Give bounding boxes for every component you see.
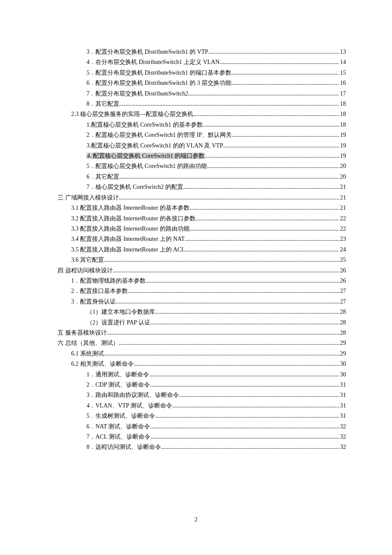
toc-entry-label: 五 服务器模块设计 (58, 328, 107, 338)
toc-entry[interactable]: 5．配置核心层交换机 CoreSwitch1 的路由功能20 (58, 161, 346, 171)
toc-entry[interactable]: 3．配置分布层交换机 DistributeSwitch1 的 VTP13 (58, 47, 346, 57)
toc-entry-page: 18 (339, 109, 346, 119)
toc-entry[interactable]: 四 远程访问模块设计26 (58, 266, 346, 276)
toc-entry[interactable]: 2．配置接口基本参数27 (58, 286, 346, 296)
toc-entry-label: 5．生成树测试、诊断命令 (86, 411, 155, 421)
toc-entry-label: 6.1 系统测试 (71, 349, 104, 359)
toc-entry[interactable]: 8．远程访问测试、诊断命令32 (58, 442, 346, 452)
toc-leader (190, 203, 339, 213)
toc-entry[interactable]: 1.配置核心层交换机 CoreSwitch1 的基本参数18 (58, 120, 346, 130)
toc-entry[interactable]: 4．VLAN、VTP 测试、诊断命令31 (58, 401, 346, 411)
toc-entry[interactable]: 6.2 相关测试、诊断命令30 (58, 359, 346, 369)
toc-entry-label: 1．配置物理线路的基本参数 (71, 276, 146, 286)
toc-leader (149, 370, 339, 380)
toc-leader (193, 109, 339, 119)
toc-entry-label: 3.4 配置接入路由器 InternetRouter 上的 NAT (71, 234, 184, 244)
toc-entry[interactable]: 5．配置分布层交换机 DistributeSwitch1 的端口基本参数15 (58, 68, 346, 78)
toc-entry-label: 2.3 核心层交换服务的实现—配置核心层交换机 (71, 109, 193, 119)
toc-leader (113, 266, 340, 276)
toc-entry[interactable]: （2）设置进行 PAP 认证28 (58, 318, 346, 328)
toc-leader (231, 68, 339, 78)
toc-entry-label: 4. 配置核心层交换机 CoreSwitch1 的端口参数 (86, 151, 205, 161)
toc-entry-page: 32 (339, 442, 346, 452)
toc-entry-page: 19 (339, 151, 346, 161)
toc-entry-label: 1．通用测试、诊断命令 (86, 370, 149, 380)
toc-entry[interactable]: 3．路由和路由协议测试、诊断命令31 (58, 390, 346, 400)
toc-leader (185, 245, 339, 255)
toc-entry[interactable]: 2．CDP 测试、诊断命令31 (58, 380, 346, 390)
toc-entry[interactable]: 2.3 核心层交换服务的实现—配置核心层交换机18 (58, 109, 346, 119)
toc-entry-page: 27 (339, 286, 346, 296)
toc-entry[interactable]: 6．配置分布层交换机 DistributeSwitch1 的 3 层交换功能16 (58, 78, 346, 88)
toc-entry[interactable]: 1．通用测试、诊断命令30 (58, 370, 346, 380)
toc-entry[interactable]: 6．其它配置20 (58, 172, 346, 182)
toc-entry-label: 2．CDP 测试、诊断命令 (86, 380, 150, 390)
toc-entry-page: 28 (339, 328, 346, 338)
toc-entry-page: 26 (339, 266, 346, 276)
toc-entry[interactable]: （1）建立本地口令数据库28 (58, 307, 346, 317)
toc-entry-label: 3．配置分布层交换机 DistributeSwitch1 的 VTP (86, 47, 208, 57)
toc-entry-label: 6．NAT 测试、诊断命令 (86, 422, 150, 432)
toc-entry-label: 2．配置核心层交换机 CoreSwitch1 的管理 IP、默认网关 (86, 130, 232, 140)
toc-leader (223, 141, 339, 151)
toc-leader (146, 276, 339, 286)
toc-entry-page: 25 (339, 255, 346, 265)
toc-entry[interactable]: 6.1 系统测试29 (58, 349, 346, 359)
toc-entry[interactable]: 7．ACL 测试、诊断命令32 (58, 432, 346, 442)
toc-leader (172, 401, 339, 411)
toc-entry[interactable]: 7．核心层交换机 CoreSwitch2 的配置21 (58, 182, 346, 192)
toc-entry-page: 32 (339, 422, 346, 432)
toc-entry[interactable]: 8．其它配置18 (58, 99, 346, 109)
toc-entry-page: 18 (339, 99, 346, 109)
toc-entry[interactable]: 7．配置分布层交换机 DistributeSwitch217 (58, 89, 346, 99)
toc-entry-label: 四 远程访问模块设计 (58, 266, 113, 276)
toc-entry-label: 5．配置核心层交换机 CoreSwitch1 的路由功能 (86, 161, 207, 171)
toc-entry-label: 4．VLAN、VTP 测试、诊断命令 (86, 401, 172, 411)
toc-leader (179, 390, 339, 400)
toc-entry-page: 20 (339, 172, 346, 182)
toc-leader (104, 349, 339, 359)
toc-entry[interactable]: 五 服务器模块设计28 (58, 328, 346, 338)
toc-entry-label: 3.3 配置接入路由器 InternetRouter 的路由功能 (71, 224, 190, 234)
toc-entry-label: 1.配置核心层交换机 CoreSwitch1 的基本参数 (86, 120, 203, 130)
toc-entry-label: 6．其它配置 (86, 172, 119, 182)
toc-entry-page: 32 (339, 432, 346, 442)
toc-entry[interactable]: 5．生成树测试、诊断命令31 (58, 411, 346, 421)
toc-entry[interactable]: 6．NAT 测试、诊断命令32 (58, 422, 346, 432)
toc-entry-label: 3．路由和路由协议测试、诊断命令 (86, 390, 179, 400)
toc-entry-page: 30 (339, 359, 346, 369)
toc-entry[interactable]: 3.2 配置接入路由器 InternetRouter 的各接口参数22 (58, 214, 346, 224)
toc-leader (150, 432, 339, 442)
toc-entry[interactable]: 3.3 配置接入路由器 InternetRouter 的路由功能22 (58, 224, 346, 234)
toc-entry-label: 8．其它配置 (86, 99, 119, 109)
toc-entry[interactable]: 3.4 配置接入路由器 InternetRouter 上的 NAT23 (58, 234, 346, 244)
toc-entry[interactable]: 4．在分布层交换机 DistributeSwitch1 上定义 VLAN14 (58, 57, 346, 67)
table-of-contents: 3．配置分布层交换机 DistributeSwitch1 的 VTP134．在分… (58, 47, 346, 453)
toc-entry[interactable]: 2．配置核心层交换机 CoreSwitch1 的管理 IP、默认网关19 (58, 130, 346, 140)
toc-entry-label: 7．ACL 测试、诊断命令 (86, 432, 150, 442)
toc-entry-page: 23 (339, 234, 346, 244)
toc-entry[interactable]: 3.6 其它配置25 (58, 255, 346, 265)
toc-entry[interactable]: 1．配置物理线路的基本参数26 (58, 276, 346, 286)
toc-entry[interactable]: 3.1 配置接入路由器 InternetRouter 的基本参数21 (58, 203, 346, 213)
toc-entry[interactable]: 3．配置身份认证27 (58, 297, 346, 307)
toc-leader (161, 442, 339, 452)
toc-leader (231, 78, 339, 88)
toc-entry-label: 2．配置接口基本参数 (71, 286, 128, 296)
toc-entry-page: 19 (339, 141, 346, 151)
toc-entry[interactable]: 六 总结（其他、测试）29 (58, 338, 346, 348)
toc-entry[interactable]: 3.配置核心层交换机 CoreSwitch1 的的 VLAN 及 VTP19 (58, 141, 346, 151)
toc-leader (196, 214, 339, 224)
toc-leader (188, 89, 339, 99)
toc-entry[interactable]: 4. 配置核心层交换机 CoreSwitch1 的端口参数19 (58, 151, 346, 161)
toc-entry-page: 31 (339, 390, 346, 400)
toc-entry-page: 22 (339, 224, 346, 234)
toc-entry-label: 6．配置分布层交换机 DistributeSwitch1 的 3 层交换功能 (86, 78, 231, 88)
toc-entry-label: 3.6 其它配置 (71, 255, 104, 265)
toc-entry[interactable]: 3.5 配置接入路由器 InternetRouter 上的 ACL24 (58, 245, 346, 255)
toc-leader (205, 151, 339, 161)
toc-entry[interactable]: 三 广域网接入模块设计21 (58, 193, 346, 203)
toc-entry-page: 15 (339, 68, 346, 78)
toc-entry-label: 三 广域网接入模块设计 (58, 193, 119, 203)
toc-entry-page: 17 (339, 89, 346, 99)
